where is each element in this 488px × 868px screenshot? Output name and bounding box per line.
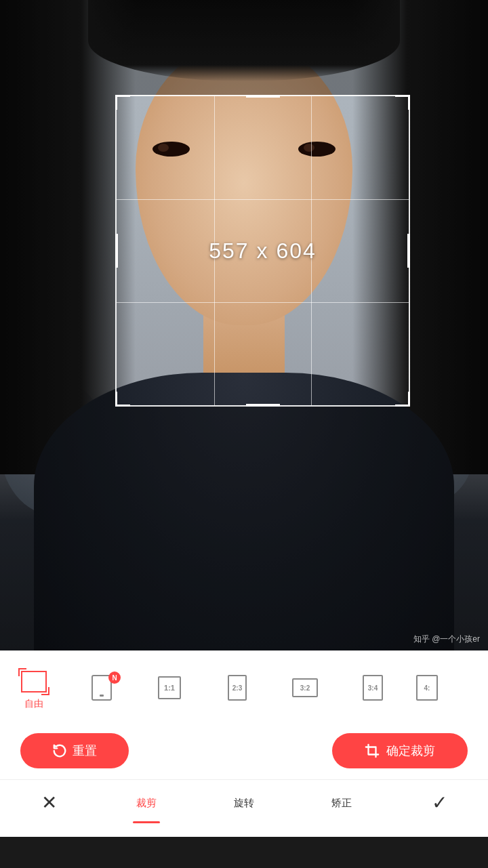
crop-handle-top-left[interactable]	[115, 95, 130, 110]
dim-right	[410, 95, 488, 407]
free-ratio-icon	[19, 669, 49, 694]
3x4-icon: 3:4	[363, 675, 383, 701]
crop-handle-mid-left[interactable]	[115, 234, 118, 268]
crop-icon	[365, 743, 380, 758]
crop-box[interactable]: 557 x 604	[115, 95, 410, 407]
confirm-label: 确定裁剪	[386, 743, 435, 759]
crop-handle-bottom-right[interactable]	[395, 392, 410, 407]
ratio-item-3x4[interactable]: 3:4	[339, 670, 407, 709]
ratio-scroll: 自由 N 1:1 2:3 3:2	[0, 650, 488, 722]
reset-label: 重置	[73, 743, 97, 759]
nav-item-crop[interactable]: 裁剪	[98, 793, 195, 814]
nav-item-check[interactable]: ✓	[390, 789, 488, 817]
crop-overlay: 557 x 604	[0, 0, 488, 650]
crop-dimensions-label: 557 x 604	[209, 239, 317, 264]
photo-area: 557 x 604 知乎 @一个小孩er	[0, 0, 488, 650]
toolbar-area: 自由 N 1:1 2:3 3:2	[0, 650, 488, 837]
ratio-item-tablet[interactable]: N	[68, 670, 136, 709]
2x3-icon: 2:3	[228, 675, 247, 701]
nav-item-correct[interactable]: 矫正	[293, 793, 390, 814]
check-icon: ✓	[432, 793, 447, 812]
rotate-nav-label: 旋转	[234, 797, 254, 810]
new-badge: N	[108, 671, 121, 684]
free-label: 自由	[24, 698, 43, 710]
ratio-item-4x[interactable]: 4:	[407, 670, 447, 709]
crop-handle-mid-bottom[interactable]	[246, 404, 280, 407]
4x-icon: 4:	[416, 675, 438, 701]
action-buttons-row: 重置 确定裁剪	[0, 722, 488, 779]
dim-top	[0, 0, 488, 95]
ratio-item-free[interactable]: 自由	[0, 664, 68, 716]
tablet-ratio-icon: N	[87, 676, 117, 700]
ratio-item-2x3[interactable]: 2:3	[203, 670, 271, 709]
bottom-nav: ✕ 裁剪 旋转 矫正 ✓	[0, 779, 488, 837]
ratio-item-3x2[interactable]: 3:2	[271, 670, 339, 709]
ratio-item-1x1[interactable]: 1:1	[136, 670, 203, 709]
crop-handle-bottom-left[interactable]	[115, 392, 130, 407]
dim-left	[0, 95, 115, 407]
confirm-crop-button[interactable]: 确定裁剪	[332, 733, 468, 768]
nav-item-rotate[interactable]: 旋转	[195, 793, 293, 814]
crop-handle-mid-top[interactable]	[246, 95, 280, 98]
3x2-ratio-icon: 3:2	[290, 676, 320, 700]
2x3-ratio-icon: 2:3	[222, 676, 252, 700]
close-icon: ✕	[41, 793, 57, 812]
crop-nav-label: 裁剪	[136, 797, 157, 810]
3x4-ratio-icon: 3:4	[358, 676, 388, 700]
nav-item-close[interactable]: ✕	[0, 789, 98, 817]
crop-handle-mid-right[interactable]	[407, 234, 410, 268]
1x1-ratio-icon: 1:1	[155, 676, 184, 700]
watermark: 知乎 @一个小孩er	[413, 634, 480, 645]
crop-handle-top-right[interactable]	[395, 95, 410, 110]
grid-line-h2	[117, 302, 409, 303]
reset-button[interactable]: 重置	[20, 733, 129, 768]
dim-bottom	[0, 407, 488, 650]
reset-icon	[52, 743, 67, 758]
4x-ratio-icon: 4:	[412, 676, 442, 700]
correct-nav-label: 矫正	[331, 797, 352, 810]
grid-line-h1	[117, 199, 409, 200]
1x1-icon: 1:1	[158, 676, 181, 699]
3x2-icon: 3:2	[292, 678, 318, 697]
